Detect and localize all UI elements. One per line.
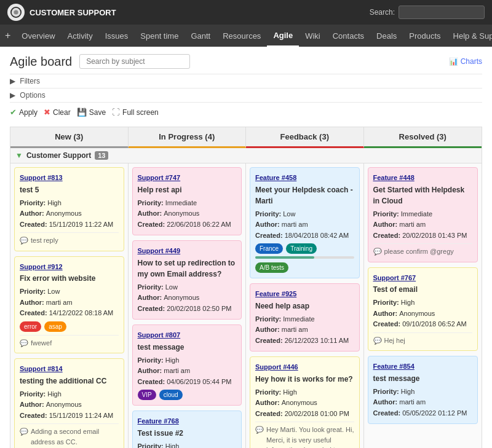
page-header: Agile board 📊 Charts xyxy=(10,54,482,69)
nav-activity[interactable]: Activity xyxy=(62,25,99,47)
card-448-priority: Priority: Immediate xyxy=(373,209,473,219)
tag-cloud: cloud xyxy=(159,390,183,400)
card-448[interactable]: Feature #448 Get Started with Helpdesk i… xyxy=(368,167,478,262)
card-854-created: Created: 05/05/2022 01:12 PM xyxy=(373,408,473,419)
card-448-title[interactable]: Feature #448 xyxy=(373,173,473,183)
page-title: Agile board xyxy=(10,55,72,69)
card-767-title[interactable]: Support #767 xyxy=(373,273,473,283)
logo-icon xyxy=(7,4,25,21)
card-458-subject: Meet your Helpdesk coach - Marti xyxy=(255,184,354,206)
nav-issues[interactable]: Issues xyxy=(99,25,135,47)
card-767-comment: 💬 Hej hej xyxy=(373,332,473,346)
card-807[interactable]: Support #807 test message Priority: High… xyxy=(132,324,242,406)
card-747-priority: Priority: Immediate xyxy=(138,198,237,208)
card-813-created: Created: 15/11/2019 11:22 AM xyxy=(20,219,119,230)
card-767-comment-text: Hej hej xyxy=(384,336,405,346)
column-headers: New (3) In Progress (4) Feedback (3) Res… xyxy=(10,127,482,148)
card-448-author: Author: marti am xyxy=(373,219,473,230)
nav-contacts[interactable]: Contacts xyxy=(327,25,370,47)
card-807-title[interactable]: Support #807 xyxy=(138,330,237,340)
card-814-title[interactable]: Support #814 xyxy=(20,364,119,374)
col-resolved: Feature #448 Get Started with Helpdesk i… xyxy=(364,163,482,448)
nav-agile[interactable]: Agile xyxy=(267,25,299,47)
charts-button[interactable]: 📊 Charts xyxy=(449,57,482,66)
options-expand-icon: ▶ xyxy=(10,91,15,100)
card-912-created: Created: 14/12/2022 08:18 AM xyxy=(20,308,119,318)
nav-resources[interactable]: Resources xyxy=(216,25,267,47)
card-446[interactable]: Support #446 Hey how it is works for me?… xyxy=(250,356,360,448)
nav-wiki[interactable]: Wiki xyxy=(299,25,327,47)
charts-icon: 📊 xyxy=(449,57,458,66)
page-header-left: Agile board xyxy=(10,54,190,69)
card-912[interactable]: Support #912 Fix error with website Prio… xyxy=(14,256,124,354)
card-449[interactable]: Support #449 How to set up redirection t… xyxy=(132,240,242,320)
card-814-author: Author: Anonymous xyxy=(20,399,119,410)
group-expand-icon[interactable]: ▼ xyxy=(15,151,23,160)
comment-icon: 💬 xyxy=(20,235,28,246)
agile-board: New (3) In Progress (4) Feedback (3) Res… xyxy=(10,127,482,448)
subject-search-input[interactable] xyxy=(79,54,190,69)
card-925[interactable]: Feature #925 Need help asap Priority: Im… xyxy=(250,283,360,352)
apply-label: Apply xyxy=(19,108,38,117)
nav-spent-time[interactable]: Spent time xyxy=(134,25,184,47)
card-814-created: Created: 15/11/2019 11:24 AM xyxy=(20,411,119,421)
card-854-author: Author: marti am xyxy=(373,397,473,407)
card-925-title[interactable]: Feature #925 xyxy=(255,289,354,299)
comment-icon: 💬 xyxy=(373,246,382,257)
card-854[interactable]: Feature #854 test message Priority: High… xyxy=(368,356,478,424)
card-768-title[interactable]: Feature #768 xyxy=(138,416,237,426)
card-458-title[interactable]: Feature #458 xyxy=(255,173,354,183)
card-807-tags: VIP cloud xyxy=(138,388,237,400)
apply-button[interactable]: ✔ Apply xyxy=(10,108,38,117)
card-854-title[interactable]: Feature #854 xyxy=(373,361,473,372)
nav-help[interactable]: Help & Support xyxy=(447,25,492,47)
group-count-badge: 13 xyxy=(95,151,108,160)
search-input[interactable] xyxy=(399,6,485,19)
col-header-resolved: Resolved (3) xyxy=(364,127,482,148)
options-row[interactable]: ▶ Options xyxy=(10,88,482,102)
comment-icon: 💬 xyxy=(373,336,382,346)
card-768[interactable]: Feature #768 Test issue #2 Priority: Hig… xyxy=(132,411,242,448)
card-446-title[interactable]: Support #446 xyxy=(255,362,354,372)
top-search: Search: xyxy=(370,6,485,19)
card-768-priority: Priority: High xyxy=(138,441,237,449)
tag-abtests: A/B tests xyxy=(255,262,288,273)
nav-overview[interactable]: Overview xyxy=(15,25,61,47)
card-767-priority: Priority: High xyxy=(373,297,473,308)
content-area: Agile board 📊 Charts ▶ Filters ▶ Options… xyxy=(0,47,492,448)
add-button[interactable]: + xyxy=(5,30,10,41)
card-446-author: Author: Anonymous xyxy=(255,398,354,408)
filters-row[interactable]: ▶ Filters xyxy=(10,74,482,88)
card-747[interactable]: Support #747 Help rest api Priority: Imm… xyxy=(132,167,242,235)
card-458[interactable]: Feature #458 Meet your Helpdesk coach - … xyxy=(250,167,360,278)
nav-gantt[interactable]: Gantt xyxy=(184,25,216,47)
card-807-created: Created: 04/06/2019 05:44 PM xyxy=(138,377,237,387)
card-458-priority: Priority: Low xyxy=(255,209,354,219)
card-813[interactable]: Support #813 test 5 Priority: High Autho… xyxy=(14,167,124,251)
card-814-comment: 💬 Adding a second email address as CC. xyxy=(20,423,119,447)
clear-button[interactable]: ✖ Clear xyxy=(44,108,71,117)
card-912-comment-text: fwewef xyxy=(31,338,52,348)
card-912-author: Author: marti am xyxy=(20,297,119,308)
card-813-title[interactable]: Support #813 xyxy=(20,173,119,183)
nav-deals[interactable]: Deals xyxy=(370,25,403,47)
fullscreen-icon: ⛶ xyxy=(112,108,120,117)
card-925-priority: Priority: Immediate xyxy=(255,314,354,324)
card-925-created: Created: 26/12/2023 10:11 AM xyxy=(255,336,354,346)
card-449-subject: How to set up redirection to my own Emai… xyxy=(138,257,237,280)
tag-error: error xyxy=(20,321,41,332)
card-814-comment-text: Adding a second email address as CC. xyxy=(31,426,119,447)
tag-asap: asap xyxy=(44,321,66,332)
card-813-author: Author: Anonymous xyxy=(20,208,119,219)
board-grid: Support #813 test 5 Priority: High Autho… xyxy=(10,163,482,448)
card-449-title[interactable]: Support #449 xyxy=(138,246,237,256)
card-814[interactable]: Support #814 testing the additional CC P… xyxy=(14,358,124,448)
save-button[interactable]: 💾 Save xyxy=(77,108,106,117)
card-747-title[interactable]: Support #747 xyxy=(138,173,237,183)
card-814-subject: testing the additional CC xyxy=(20,375,119,387)
card-458-tags: France Training xyxy=(255,242,354,254)
nav-products[interactable]: Products xyxy=(403,25,446,47)
card-767[interactable]: Support #767 Test of email Priority: Hig… xyxy=(368,267,478,352)
fullscreen-button[interactable]: ⛶ Full screen xyxy=(112,108,159,117)
card-912-title[interactable]: Support #912 xyxy=(20,262,119,272)
